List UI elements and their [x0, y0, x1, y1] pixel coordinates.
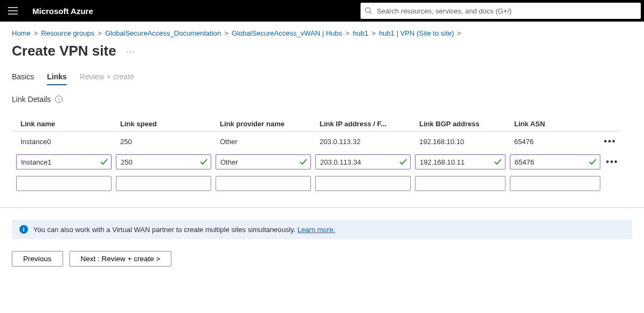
link-asn-field[interactable] — [510, 176, 600, 191]
chevron-right-icon: > — [457, 29, 461, 37]
col-link-speed: Link speed — [112, 120, 211, 128]
page-more-actions-button[interactable]: ··· — [124, 45, 138, 58]
tab-basics[interactable]: Basics — [12, 69, 34, 85]
table-row-empty — [12, 173, 620, 194]
col-link-bgp: Link BGP address — [411, 120, 505, 128]
breadcrumb-item[interactable]: hub1 | VPN (Site to site) — [379, 29, 454, 37]
check-icon — [200, 159, 207, 165]
info-bar: i You can also work with a Virtual WAN p… — [12, 220, 632, 239]
table-row: Instance0 250 Other 203.0.113.32 192.168… — [12, 132, 620, 151]
link-name-input[interactable] — [20, 158, 100, 167]
link-name-field[interactable] — [16, 154, 112, 169]
chevron-right-icon: > — [34, 29, 38, 37]
cell-link-provider: Other — [211, 138, 311, 146]
hamburger-icon — [8, 7, 18, 15]
link-provider-field[interactable] — [216, 176, 311, 191]
section-label: Link Details i — [12, 95, 632, 104]
link-ip-input[interactable] — [319, 179, 407, 188]
breadcrumb-item[interactable]: GlobalSecureAccess_vWAN | Hubs — [232, 29, 342, 37]
check-icon — [494, 159, 502, 165]
page-title-row: Create VPN site ··· — [12, 43, 632, 59]
col-link-provider: Link provider name — [211, 120, 311, 128]
svg-line-1 — [370, 12, 372, 14]
global-search[interactable] — [361, 3, 641, 19]
svg-point-0 — [365, 8, 370, 12]
cell-link-ip: 203.0.113.32 — [311, 138, 411, 146]
link-bgp-field[interactable] — [415, 154, 505, 169]
divider — [0, 207, 644, 208]
info-text: You can also work with a Virtual WAN par… — [33, 226, 335, 234]
link-bgp-input[interactable] — [419, 179, 502, 188]
chevron-right-icon: > — [345, 29, 350, 37]
info-icon[interactable]: i — [55, 96, 63, 103]
breadcrumb: Home > Resource groups > GlobalSecureAcc… — [12, 29, 632, 37]
tab-review-create: Review + create — [80, 69, 134, 85]
check-icon — [300, 159, 307, 165]
cell-link-asn: 65476 — [505, 138, 600, 146]
learn-more-link[interactable]: Learn more. — [297, 226, 335, 234]
tab-strip: Basics Links Review + create — [12, 69, 632, 85]
col-link-asn: Link ASN — [505, 120, 600, 128]
menu-toggle-button[interactable] — [0, 0, 26, 22]
cell-link-speed: 250 — [112, 138, 211, 146]
page-title: Create VPN site — [12, 43, 116, 59]
breadcrumb-item[interactable]: GlobalSecureAccess_Documentation — [105, 29, 221, 37]
row-more-actions-button[interactable]: ••• — [604, 137, 617, 146]
chevron-right-icon: > — [372, 29, 376, 37]
cell-link-name: Instance0 — [12, 138, 112, 146]
check-icon — [399, 159, 407, 165]
link-asn-field[interactable] — [510, 154, 600, 169]
previous-button[interactable]: Previous — [12, 251, 63, 267]
col-link-name: Link name — [12, 120, 112, 128]
link-asn-input[interactable] — [514, 158, 589, 167]
link-asn-input[interactable] — [514, 179, 597, 188]
link-provider-input[interactable] — [219, 158, 300, 167]
table-header: Link name Link speed Link provider name … — [12, 117, 620, 132]
next-review-create-button[interactable]: Next : Review + create > — [70, 251, 172, 267]
link-speed-input[interactable] — [120, 158, 200, 167]
global-search-input[interactable] — [376, 6, 636, 16]
row-more-actions-button[interactable]: ••• — [606, 158, 619, 166]
breadcrumb-item[interactable]: hub1 — [353, 29, 369, 37]
check-icon — [589, 159, 597, 165]
top-bar: Microsoft Azure — [0, 0, 644, 22]
link-name-input[interactable] — [20, 179, 108, 188]
breadcrumb-item[interactable]: Home — [12, 29, 31, 37]
check-icon — [100, 159, 108, 165]
section-label-text: Link Details — [12, 95, 51, 104]
link-ip-input[interactable] — [319, 158, 399, 167]
link-ip-field[interactable] — [315, 154, 411, 169]
link-speed-field[interactable] — [116, 154, 211, 169]
tab-links[interactable]: Links — [47, 69, 67, 85]
link-provider-input[interactable] — [219, 179, 307, 188]
chevron-right-icon: > — [224, 29, 228, 37]
brand-label: Microsoft Azure — [26, 6, 93, 16]
chevron-right-icon: > — [98, 29, 102, 37]
link-provider-field[interactable] — [216, 154, 311, 169]
link-ip-field[interactable] — [315, 176, 411, 191]
link-name-field[interactable] — [16, 176, 112, 191]
link-speed-input[interactable] — [120, 179, 207, 188]
info-icon: i — [19, 225, 28, 234]
breadcrumb-item[interactable]: Resource groups — [41, 29, 94, 37]
link-bgp-field[interactable] — [415, 176, 505, 191]
link-speed-field[interactable] — [116, 176, 211, 191]
links-table: Link name Link speed Link provider name … — [12, 117, 620, 194]
link-bgp-input[interactable] — [419, 158, 494, 167]
search-icon — [365, 7, 372, 15]
wizard-footer: Previous Next : Review + create > — [12, 251, 632, 267]
cell-link-bgp: 192.168.10.10 — [411, 138, 505, 146]
col-link-ip: Link IP address / F... — [311, 120, 411, 128]
table-row-editing: ••• — [12, 151, 620, 173]
